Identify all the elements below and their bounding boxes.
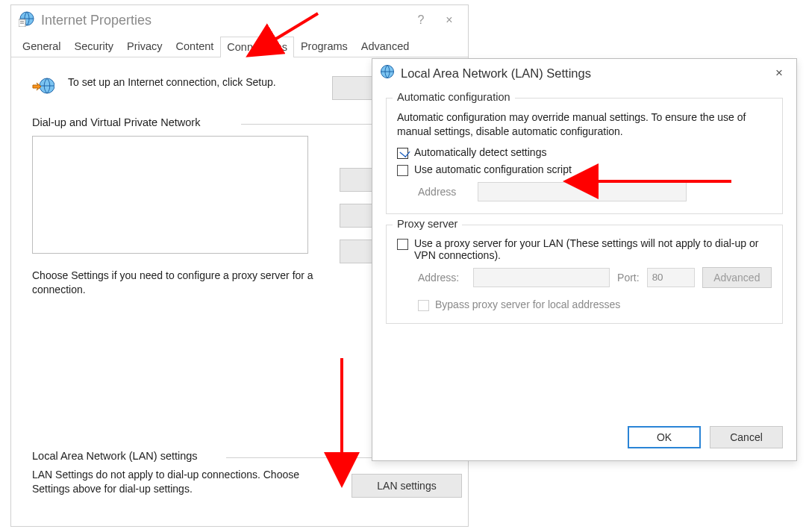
- group-legend: Automatic configuration: [393, 91, 515, 103]
- tab-advanced[interactable]: Advanced: [354, 36, 416, 57]
- automatic-configuration-group: Automatic configuration Automatic config…: [386, 98, 783, 214]
- choose-settings-text: Choose Settings if you need to configure…: [32, 269, 338, 297]
- window-title: Local Area Network (LAN) Settings: [401, 66, 591, 81]
- ok-button[interactable]: OK: [628, 426, 701, 448]
- proxy-port-input[interactable]: [647, 268, 695, 287]
- lan-help-text: LAN Settings do not apply to dial-up con…: [32, 468, 331, 496]
- proxy-server-group: Proxy server Use a proxy server for your…: [386, 225, 783, 324]
- tab-programs[interactable]: Programs: [294, 36, 354, 57]
- close-button[interactable]: ×: [766, 66, 792, 81]
- auto-detect-checkbox[interactable]: [397, 148, 408, 159]
- proxy-port-label: Port:: [617, 272, 640, 284]
- use-proxy-checkbox[interactable]: [397, 239, 408, 250]
- tab-content[interactable]: Content: [169, 36, 221, 57]
- tab-connections[interactable]: Connections: [220, 37, 294, 57]
- lan-settings-button[interactable]: LAN settings: [352, 474, 462, 498]
- globe-arrow-icon: [32, 76, 54, 96]
- help-button[interactable]: ?: [407, 13, 435, 27]
- bypass-proxy-label: Bypass proxy server for local addresses: [435, 298, 620, 310]
- title-bar: Local Area Network (LAN) Settings ×: [372, 59, 796, 87]
- auto-address-input[interactable]: [478, 182, 687, 201]
- tab-security[interactable]: Security: [68, 36, 120, 57]
- svg-rect-2: [20, 21, 24, 22]
- setup-text: To set up an Internet connection, click …: [68, 76, 292, 88]
- auto-script-label: Use automatic configuration script: [414, 163, 572, 175]
- auto-script-checkbox[interactable]: [397, 165, 408, 176]
- use-proxy-label: Use a proxy server for your LAN (These s…: [414, 237, 772, 261]
- dialup-listbox[interactable]: [32, 136, 308, 254]
- tab-general[interactable]: General: [16, 36, 68, 57]
- tabs: General Security Privacy Content Connect…: [11, 35, 468, 57]
- svg-rect-3: [20, 22, 24, 23]
- group-legend: Proxy server: [393, 218, 462, 230]
- globe-icon: [19, 10, 41, 31]
- title-bar: Internet Properties ? ×: [11, 5, 468, 35]
- lan-settings-dialog: Local Area Network (LAN) Settings × Auto…: [372, 58, 797, 461]
- auto-address-label: Address: [418, 186, 470, 198]
- proxy-address-label: Address:: [418, 272, 466, 284]
- auto-detect-label: Automatically detect settings: [414, 146, 546, 158]
- tab-privacy[interactable]: Privacy: [120, 36, 169, 57]
- cancel-button[interactable]: Cancel: [710, 426, 783, 448]
- globe-icon: [380, 64, 401, 82]
- window-title: Internet Properties: [41, 13, 151, 28]
- proxy-address-input[interactable]: [473, 268, 610, 287]
- close-button[interactable]: ×: [435, 13, 463, 27]
- advanced-button[interactable]: Advanced: [702, 267, 772, 288]
- bypass-proxy-checkbox[interactable]: [418, 300, 429, 311]
- auto-config-description: Automatic configuration may override man…: [397, 110, 772, 139]
